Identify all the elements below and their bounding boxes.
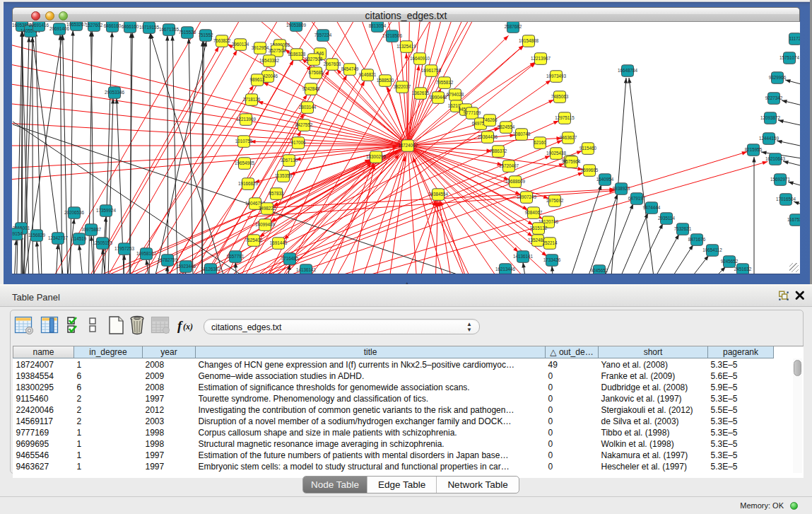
svg-text:3267130: 3267130 xyxy=(281,158,298,163)
svg-text:9146821: 9146821 xyxy=(359,72,377,77)
svg-text:3498222: 3498222 xyxy=(259,206,276,211)
svg-text:29053346: 29053346 xyxy=(105,90,125,95)
svg-text:1010755: 1010755 xyxy=(235,139,253,144)
svg-text:16671355: 16671355 xyxy=(159,27,180,32)
svg-text:15751074: 15751074 xyxy=(779,55,800,60)
svg-text:12213967: 12213967 xyxy=(531,56,551,61)
svg-text:9699695: 9699695 xyxy=(581,168,599,173)
svg-text:17957253: 17957253 xyxy=(114,246,135,251)
svg-text:8215955: 8215955 xyxy=(745,147,763,152)
svg-text:746266: 746266 xyxy=(482,117,498,122)
svg-text:15692971: 15692971 xyxy=(770,177,791,182)
svg-text:18724007: 18724007 xyxy=(398,143,418,148)
svg-text:1615132: 1615132 xyxy=(530,226,548,230)
svg-text:14136141: 14136141 xyxy=(296,267,317,272)
svg-text:9242848: 9242848 xyxy=(302,86,320,91)
svg-text:675685: 675685 xyxy=(308,70,324,75)
svg-text:19218506: 19218506 xyxy=(382,33,403,38)
svg-text:3716485: 3716485 xyxy=(281,256,299,261)
svg-text:8427552: 8427552 xyxy=(295,122,313,127)
svg-text:62160: 62160 xyxy=(534,140,546,145)
svg-text:9463627: 9463627 xyxy=(560,135,577,140)
svg-text:18907249: 18907249 xyxy=(517,194,537,199)
svg-text:1733426: 1733426 xyxy=(543,257,561,262)
svg-text:16961758: 16961758 xyxy=(421,68,442,73)
svg-text:14099489: 14099489 xyxy=(255,222,276,227)
svg-text:17359924: 17359924 xyxy=(96,208,117,213)
svg-text:12975115: 12975115 xyxy=(555,115,575,120)
svg-text:9227342: 9227342 xyxy=(765,95,783,100)
svg-text:20364436: 20364436 xyxy=(478,134,498,139)
svg-text:1588520: 1588520 xyxy=(377,78,394,83)
svg-text:9657791: 9657791 xyxy=(227,254,245,259)
svg-text:9245652: 9245652 xyxy=(591,268,608,273)
svg-text:15720407: 15720407 xyxy=(499,163,519,168)
svg-text:10154808: 10154808 xyxy=(519,38,539,43)
svg-text:8454749: 8454749 xyxy=(341,66,359,71)
svg-text:1156829: 1156829 xyxy=(28,233,46,238)
svg-text:8186328: 8186328 xyxy=(288,52,306,57)
svg-text:6794028: 6794028 xyxy=(447,92,464,97)
svg-text:7632621: 7632621 xyxy=(674,226,692,231)
svg-text:6466160: 6466160 xyxy=(122,24,139,29)
svg-text:1640954: 1640954 xyxy=(596,177,614,182)
svg-text:14136141: 14136141 xyxy=(513,254,534,259)
svg-text:1135359: 1135359 xyxy=(275,173,293,178)
svg-text:2935114: 2935114 xyxy=(658,216,676,221)
svg-text:16648784: 16648784 xyxy=(618,68,638,73)
svg-text:19654985: 19654985 xyxy=(235,160,255,165)
svg-text:10654112: 10654112 xyxy=(702,247,722,252)
svg-text:1975692: 1975692 xyxy=(546,198,564,203)
svg-text:16210643: 16210643 xyxy=(765,156,786,161)
svg-text:30975887: 30975887 xyxy=(81,227,102,232)
svg-text:10053809: 10053809 xyxy=(286,23,307,28)
svg-text:12093872: 12093872 xyxy=(760,115,781,120)
svg-text:9245652: 9245652 xyxy=(721,259,739,264)
svg-text:18126382: 18126382 xyxy=(201,267,221,271)
svg-text:3824554: 3824554 xyxy=(498,124,515,129)
svg-text:7663822: 7663822 xyxy=(213,38,231,43)
svg-text:16543382: 16543382 xyxy=(259,58,280,63)
svg-text:3912954: 3912954 xyxy=(252,45,269,50)
svg-text:7485063: 7485063 xyxy=(551,94,569,99)
svg-text:11325419: 11325419 xyxy=(396,44,416,49)
svg-text:1691443: 1691443 xyxy=(270,240,288,245)
svg-text:252214: 252214 xyxy=(542,240,558,245)
svg-text:8938923: 8938923 xyxy=(613,186,630,191)
svg-text:12342737: 12342737 xyxy=(48,235,69,240)
svg-text:2687682: 2687682 xyxy=(505,24,522,29)
svg-text:17016504: 17016504 xyxy=(776,197,796,201)
svg-text:10719155: 10719155 xyxy=(139,25,160,30)
svg-text:3527503: 3527503 xyxy=(269,48,286,53)
svg-text:10653267: 10653267 xyxy=(66,22,87,27)
svg-text:10025438: 10025438 xyxy=(546,151,567,156)
svg-text:1167533: 1167533 xyxy=(787,217,800,222)
svg-text:2967608: 2967608 xyxy=(324,62,341,66)
svg-text:16640910: 16640910 xyxy=(410,56,430,61)
svg-text:12505155: 12505155 xyxy=(93,240,113,245)
svg-text:10973493: 10973493 xyxy=(546,74,567,78)
svg-text:18300295: 18300295 xyxy=(366,154,387,159)
svg-text:1527602: 1527602 xyxy=(86,23,103,28)
svg-text:7955812: 7955812 xyxy=(436,80,454,85)
svg-text:9777169: 9777169 xyxy=(464,110,481,115)
svg-text:9115460: 9115460 xyxy=(579,146,597,151)
svg-text:12444159: 12444159 xyxy=(759,136,779,141)
svg-text:2451632: 2451632 xyxy=(734,267,752,271)
svg-text:2718126: 2718126 xyxy=(243,97,261,102)
svg-text:f: f xyxy=(177,318,183,333)
svg-text:39154: 39154 xyxy=(12,231,23,236)
svg-text:751552: 751552 xyxy=(198,33,213,37)
svg-text:11172: 11172 xyxy=(789,36,800,41)
svg-text:19166829: 19166829 xyxy=(238,181,259,186)
svg-text:16782759: 16782759 xyxy=(158,257,178,262)
svg-text:114519: 114519 xyxy=(72,236,87,241)
svg-text:9329966: 9329966 xyxy=(769,75,787,80)
svg-text:6466160: 6466160 xyxy=(104,23,122,28)
svg-text:3960124: 3960124 xyxy=(232,42,249,47)
svg-text:1362615: 1362615 xyxy=(412,90,430,95)
svg-text:20691416: 20691416 xyxy=(29,23,49,28)
svg-text:917006: 917006 xyxy=(290,140,306,145)
svg-text:7357224: 7357224 xyxy=(314,33,332,37)
svg-text:8990448: 8990448 xyxy=(430,95,447,100)
